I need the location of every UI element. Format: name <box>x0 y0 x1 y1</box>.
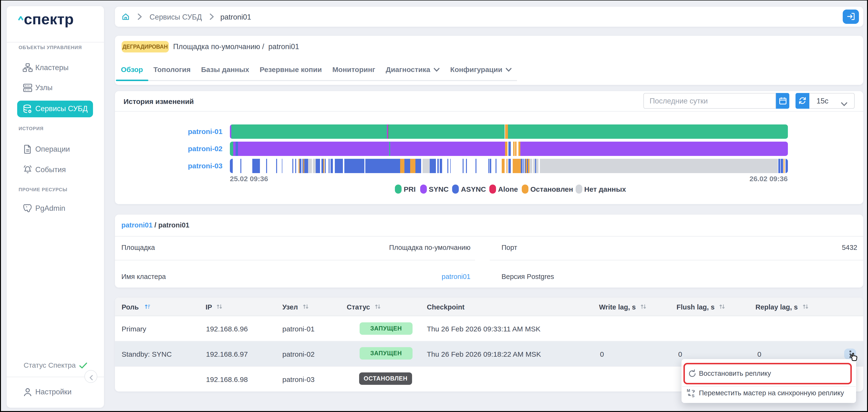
svg-text:S: S <box>692 394 694 398</box>
svg-text:M: M <box>687 388 690 393</box>
